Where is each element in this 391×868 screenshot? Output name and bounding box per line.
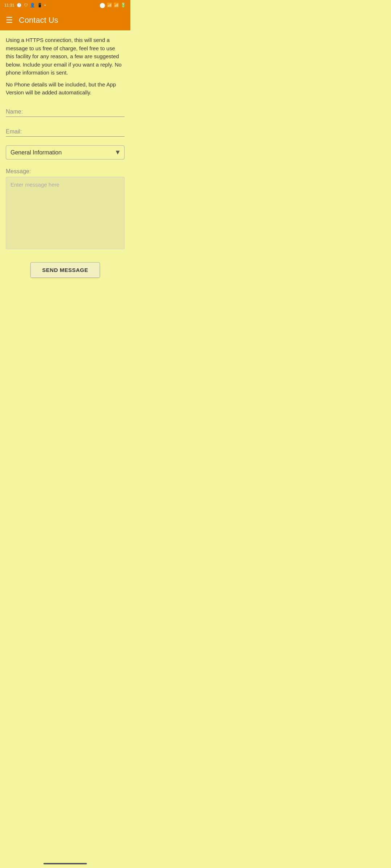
signal-icon: 📶 bbox=[114, 3, 119, 8]
battery-icon: 🔋 bbox=[121, 3, 126, 8]
category-dropdown-container: General Information Bug Report Feature R… bbox=[6, 145, 125, 159]
message-input[interactable] bbox=[6, 177, 125, 249]
category-dropdown[interactable]: General Information Bug Report Feature R… bbox=[6, 145, 125, 159]
status-left: 11:31 🕐 🛡 👤 📱 • bbox=[4, 3, 46, 8]
camera-icon: ⬤ bbox=[100, 2, 105, 8]
main-content: Using a HTTPS connection, this will send… bbox=[0, 30, 130, 292]
name-field-container bbox=[6, 106, 125, 117]
message-label: Message: bbox=[6, 168, 125, 175]
send-message-button[interactable]: SEND MESSAGE bbox=[30, 262, 100, 278]
shield-icon: 🛡 bbox=[24, 3, 28, 7]
status-bar: 11:31 🕐 🛡 👤 📱 • ⬤ 📶 📶 🔋 bbox=[0, 0, 130, 10]
dot-icon: • bbox=[45, 3, 46, 7]
app-bar: ☰ Contact Us bbox=[0, 10, 130, 30]
page-title: Contact Us bbox=[19, 16, 58, 25]
contacts-icon: 👤 bbox=[30, 3, 35, 8]
send-button-wrapper: SEND MESSAGE bbox=[6, 262, 125, 278]
sim-icon: 📱 bbox=[37, 3, 42, 8]
email-field-container bbox=[6, 125, 125, 137]
description-paragraph-1: Using a HTTPS connection, this will send… bbox=[6, 36, 125, 77]
status-right: ⬤ 📶 📶 🔋 bbox=[100, 2, 126, 8]
menu-button[interactable]: ☰ bbox=[6, 16, 13, 24]
description-paragraph-2: No Phone details will be included, but t… bbox=[6, 81, 125, 97]
name-input[interactable] bbox=[6, 106, 125, 117]
time-display: 11:31 bbox=[4, 3, 14, 7]
wifi-icon: 📶 bbox=[107, 3, 112, 8]
email-input[interactable] bbox=[6, 125, 125, 137]
alarm-icon: 🕐 bbox=[17, 3, 22, 8]
